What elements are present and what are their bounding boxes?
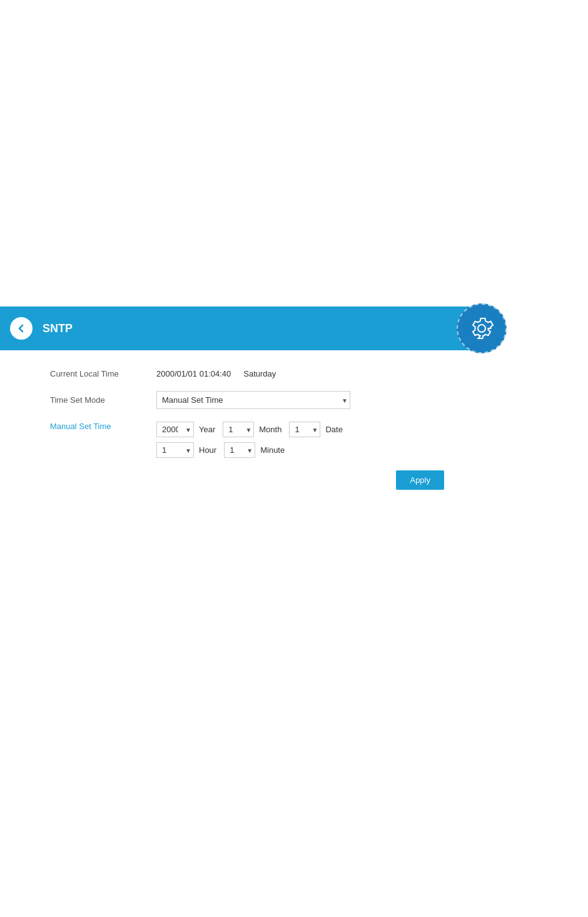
manual-set-time-row: Manual Set Time 2000 2001 2002 ▼ Year 12… — [50, 422, 457, 458]
year-label: Year — [199, 425, 215, 434]
manual-set-time-label: Manual Set Time — [50, 422, 156, 431]
bottom-spacer — [0, 509, 588, 917]
header-bar: SNTP — [0, 307, 488, 350]
current-local-time-row: Current Local Time 2000/01/01 01:04:40 S… — [50, 369, 457, 378]
apply-button[interactable]: Apply — [396, 470, 444, 490]
minute-label: Minute — [260, 445, 285, 455]
time-set-mode-select-wrapper: Manual Set Time SNTP ▼ — [156, 391, 350, 409]
time-display: 2000/01/01 01:04:40 — [156, 369, 231, 378]
time-set-mode-row: Time Set Mode Manual Set Time SNTP ▼ — [50, 391, 457, 409]
hour-select-wrapper: 1234 5678 9101112 13141516 17181920 2122… — [156, 442, 194, 458]
gear-icon-container — [457, 303, 507, 353]
page-title: SNTP — [43, 322, 73, 335]
manual-time-inputs: 2000 2001 2002 ▼ Year 123 456 789 101112… — [156, 422, 343, 458]
hour-label: Hour — [199, 445, 216, 455]
date-select[interactable]: 1234 5678 9101112 13141516 17181920 2122… — [289, 422, 320, 437]
date-label: Date — [325, 425, 342, 434]
year-month-date-line: 2000 2001 2002 ▼ Year 123 456 789 101112… — [156, 422, 343, 437]
content-area: Current Local Time 2000/01/01 01:04:40 S… — [0, 350, 488, 509]
current-local-time-label: Current Local Time — [50, 369, 156, 378]
hour-select[interactable]: 1234 5678 9101112 13141516 17181920 2122… — [156, 442, 194, 458]
gear-icon — [468, 315, 495, 342]
minute-select-wrapper: 1234 5101520 304559 ▼ — [224, 442, 255, 458]
year-select[interactable]: 2000 2001 2002 — [156, 422, 194, 437]
hour-minute-line: 1234 5678 9101112 13141516 17181920 2122… — [156, 442, 343, 458]
current-local-time-value: 2000/01/01 01:04:40 Saturday — [156, 369, 276, 378]
back-icon — [16, 323, 26, 333]
back-button[interactable] — [10, 317, 33, 340]
month-select-wrapper: 123 456 789 101112 ▼ — [223, 422, 254, 437]
time-set-mode-select[interactable]: Manual Set Time SNTP — [156, 391, 350, 409]
time-set-mode-label: Time Set Mode — [50, 395, 156, 405]
date-select-wrapper: 1234 5678 9101112 13141516 17181920 2122… — [289, 422, 320, 437]
month-label: Month — [259, 425, 281, 434]
minute-select[interactable]: 1234 5101520 304559 — [224, 442, 255, 458]
top-spacer — [0, 0, 588, 307]
year-select-wrapper: 2000 2001 2002 ▼ — [156, 422, 194, 437]
day-display: Saturday — [243, 369, 276, 378]
month-select[interactable]: 123 456 789 101112 — [223, 422, 254, 437]
apply-row: Apply — [50, 470, 457, 490]
